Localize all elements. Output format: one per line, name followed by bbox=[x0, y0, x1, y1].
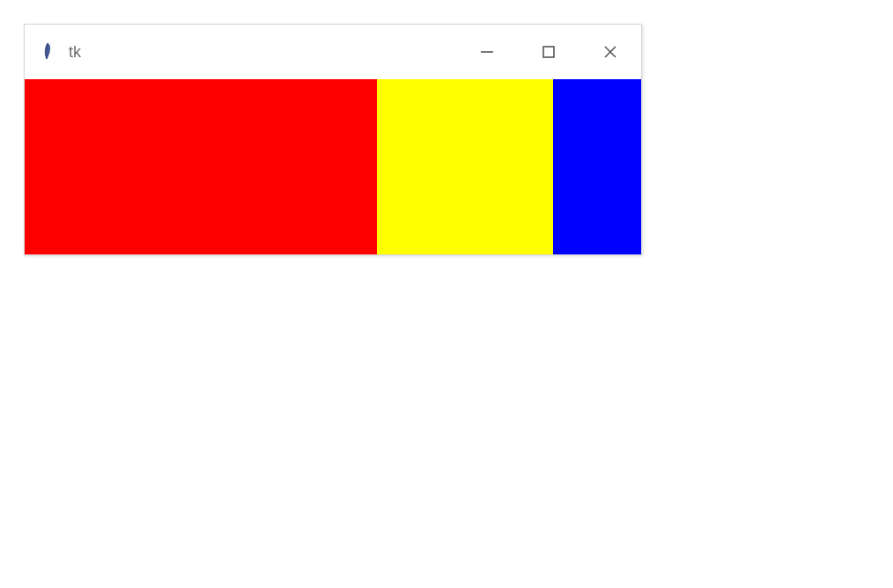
feather-icon bbox=[37, 41, 58, 62]
window-title: tk bbox=[69, 43, 81, 62]
panel-blue bbox=[553, 79, 641, 254]
app-window: tk bbox=[24, 24, 642, 255]
maximize-button[interactable] bbox=[518, 25, 579, 79]
client-area bbox=[25, 79, 641, 254]
close-button[interactable] bbox=[579, 25, 641, 79]
window-controls bbox=[456, 25, 641, 79]
panel-yellow bbox=[377, 79, 553, 254]
minimize-button[interactable] bbox=[456, 25, 518, 79]
panel-red bbox=[25, 79, 377, 254]
titlebar[interactable]: tk bbox=[25, 25, 641, 79]
svg-rect-2 bbox=[543, 47, 554, 57]
